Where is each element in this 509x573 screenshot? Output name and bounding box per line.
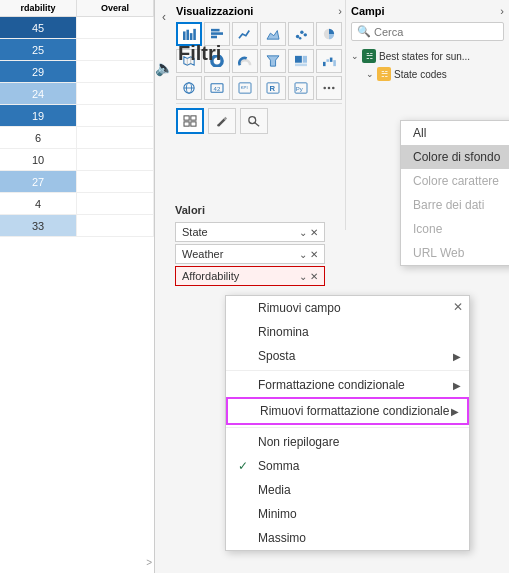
svg-rect-41 — [184, 122, 189, 126]
menu-item-media[interactable]: Media — [226, 478, 469, 502]
menu-item-rimuovi-formattazione[interactable]: Rimuovi formattazione condizionale ▶ — [226, 397, 469, 425]
submenu-item-all[interactable]: All — [401, 121, 509, 145]
context-menu: ✕ Rimuovi campo Rinomina Sposta ▶ Format… — [225, 295, 470, 551]
menu-item-sposta[interactable]: Sposta ▶ — [226, 344, 469, 368]
field-weather-label: Weather — [182, 248, 299, 260]
submenu-icone-label: Icone — [413, 222, 442, 236]
table-cell-col2 — [77, 39, 154, 60]
table-cell-col2 — [77, 105, 154, 126]
checkmark-spacer5 — [240, 404, 254, 418]
svg-rect-5 — [211, 32, 223, 35]
viz-icon-waterfall[interactable] — [316, 49, 342, 73]
viz-icon-r[interactable]: R — [260, 76, 286, 100]
menu-sep-1 — [226, 370, 469, 371]
close-icon[interactable]: ✕ — [310, 249, 318, 260]
campi-arrow[interactable]: › — [500, 5, 504, 17]
menu-media-label: Media — [258, 483, 291, 497]
submenu-item-barre: Barre dei dati — [401, 193, 509, 217]
viz-arrow[interactable]: › — [338, 5, 342, 17]
menu-item-minimo[interactable]: Minimo — [226, 502, 469, 526]
menu-massimo-label: Massimo — [258, 531, 306, 545]
search-box[interactable]: 🔍 — [351, 22, 504, 41]
search-icon: 🔍 — [357, 25, 371, 38]
svg-rect-20 — [295, 64, 307, 67]
viz-icon-globe[interactable] — [176, 76, 202, 100]
viz-section: Visualizzazioni › Filtri — [173, 0, 346, 230]
search-input[interactable] — [374, 26, 498, 38]
viz-icon-card[interactable]: 42 — [204, 76, 230, 100]
checkmark-spacer6 — [238, 435, 252, 449]
viz-icon-gauge[interactable] — [232, 49, 258, 73]
table-cell-col1: 25 — [0, 39, 77, 60]
viz-icon-pie[interactable] — [316, 22, 342, 46]
table-cell-col2 — [77, 171, 154, 192]
table-icon-green: ☵ — [362, 49, 376, 63]
field-state-icons: ⌄ ✕ — [299, 227, 318, 238]
menu-item-rinomina[interactable]: Rinomina — [226, 320, 469, 344]
svg-rect-22 — [326, 59, 329, 62]
svg-point-37 — [328, 87, 331, 90]
field-chip-state[interactable]: State ⌄ ✕ — [175, 222, 325, 242]
col1-header: rdability — [0, 0, 77, 16]
chevron-down-icon: ⌄ — [299, 271, 307, 282]
menu-rimuovi-formattazione-label: Rimuovi formattazione condizionale — [260, 404, 449, 418]
table-cell-col1: 10 — [0, 149, 77, 170]
table-cell-col2 — [77, 17, 154, 38]
tree-item-1[interactable]: ⌄ ☵ Best states for sun... — [351, 47, 504, 65]
submenu-item-icone: Icone — [401, 217, 509, 241]
scroll-indicator[interactable]: > — [146, 557, 152, 568]
menu-item-non-riepilogare[interactable]: Non riepilogare — [226, 430, 469, 454]
viz-icon-area[interactable] — [260, 22, 286, 46]
viz-icon-line[interactable] — [232, 22, 258, 46]
viz-title: Visualizzazioni — [176, 5, 253, 17]
submenu-colore-sfondo-label: Colore di sfondo — [413, 150, 500, 164]
close-icon[interactable]: ✕ — [310, 271, 318, 282]
svg-rect-42 — [191, 122, 196, 126]
table-cell-col2 — [77, 61, 154, 82]
menu-item-formattazione[interactable]: Formattazione condizionale ▶ — [226, 373, 469, 397]
arrow-icon-sposta: ▶ — [453, 351, 461, 362]
table-row: 25 — [0, 39, 154, 61]
viz-icon-py[interactable]: Py — [288, 76, 314, 100]
table-cell-col2 — [77, 193, 154, 214]
viz-icon-kpi[interactable]: KPI — [232, 76, 258, 100]
close-icon[interactable]: ✕ — [310, 227, 318, 238]
viz-icon-scatter[interactable] — [288, 22, 314, 46]
viz-icon-treemap[interactable] — [288, 49, 314, 73]
menu-item-somma[interactable]: ✓ Somma — [226, 454, 469, 478]
viz-icon-more[interactable] — [316, 76, 342, 100]
toolbar-icon-magnify[interactable] — [240, 108, 268, 134]
toolbar-icon-grid[interactable] — [176, 108, 204, 134]
toolbar-icon-paint[interactable] — [208, 108, 236, 134]
valori-section: Valori State ⌄ ✕ Weather ⌄ ✕ Affordabili… — [155, 200, 345, 288]
viz-icon-funnel[interactable] — [260, 49, 286, 73]
field-affordability-icons: ⌄ ✕ — [299, 271, 318, 282]
menu-item-remove-campo[interactable]: Rimuovi campo — [226, 296, 469, 320]
svg-rect-6 — [211, 36, 217, 39]
table-cell-col1: 29 — [0, 61, 77, 82]
svg-point-36 — [323, 87, 326, 90]
nav-left-arrow[interactable]: ‹ — [162, 10, 166, 24]
icon-toolbar-row — [176, 103, 342, 136]
arrow-icon-formattazione: ▶ — [453, 380, 461, 391]
svg-rect-39 — [184, 116, 189, 120]
submenu-colore-carattere-label: Colore carattere — [413, 174, 499, 188]
table-row: 27 — [0, 171, 154, 193]
svg-rect-4 — [211, 29, 220, 32]
svg-rect-19 — [303, 56, 307, 63]
field-chip-affordability[interactable]: Affordability ⌄ ✕ — [175, 266, 325, 286]
tree-item-sub1[interactable]: ⌄ ☵ State codes — [366, 65, 504, 83]
checkmark-somma: ✓ — [238, 459, 252, 473]
left-nav[interactable]: ‹ 🔈 — [155, 0, 173, 230]
menu-item-massimo[interactable]: Massimo — [226, 526, 469, 550]
table-row: 45 — [0, 17, 154, 39]
viz-icons-row3: 42 KPI R Py — [176, 76, 342, 100]
table-cell-col1: 19 — [0, 105, 77, 126]
field-chip-weather[interactable]: Weather ⌄ ✕ — [175, 244, 325, 264]
table-cell-col2 — [77, 215, 154, 236]
menu-non-riepilogare-label: Non riepilogare — [258, 435, 339, 449]
submenu-item-colore-sfondo[interactable]: Colore di sfondo — [401, 145, 509, 169]
table-header: rdability Overal — [0, 0, 154, 17]
chevron-down-icon: ⌄ — [299, 227, 307, 238]
checkmark-spacer3 — [238, 349, 252, 363]
